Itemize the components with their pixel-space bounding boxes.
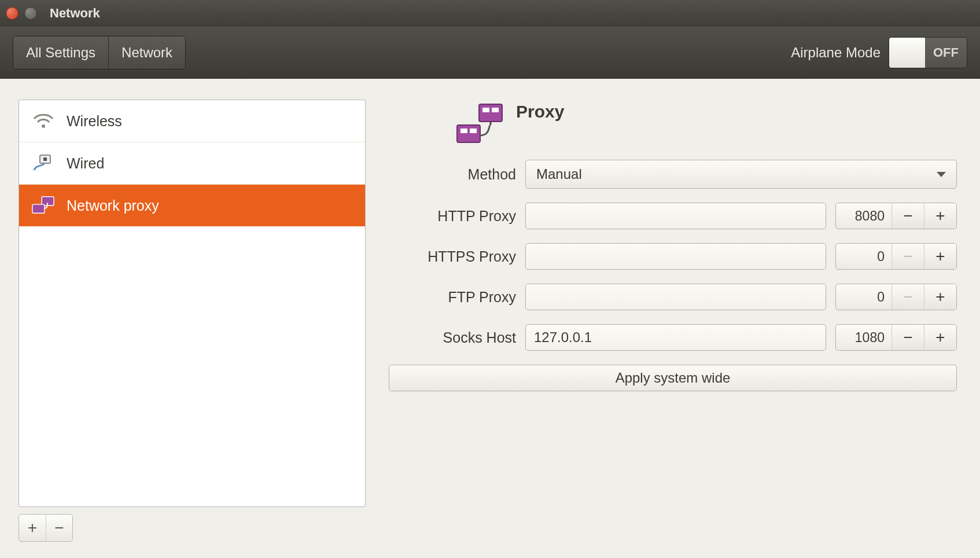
switch-state: OFF	[925, 38, 967, 68]
airplane-mode-label: Airplane Mode	[791, 45, 880, 61]
page-title: Proxy	[516, 102, 564, 122]
apply-system-wide-button[interactable]: Apply system wide	[389, 365, 957, 391]
content-heading: Proxy	[456, 102, 961, 144]
https-proxy-host-input[interactable]	[525, 243, 826, 270]
https-proxy-label: HTTPS Proxy	[389, 248, 516, 265]
titlebar: Network	[0, 0, 980, 27]
https-proxy-port-value[interactable]: 0	[836, 244, 891, 269]
proxy-icon	[32, 194, 55, 217]
http-proxy-label: HTTP Proxy	[389, 208, 516, 225]
socks-port-spinner: 1080 − +	[835, 324, 957, 351]
ftp-proxy-port-value[interactable]: 0	[836, 284, 891, 310]
method-select[interactable]: Manual	[525, 160, 957, 189]
https-proxy-port-increment[interactable]: +	[924, 244, 956, 269]
breadcrumb: All Settings Network	[13, 36, 186, 69]
method-value: Manual	[536, 166, 582, 182]
ftp-proxy-host-input[interactable]	[525, 284, 826, 310]
http-proxy-port-decrement[interactable]: −	[891, 203, 924, 229]
svg-rect-4	[32, 204, 45, 213]
switch-knob	[889, 38, 925, 68]
ftp-proxy-port-increment[interactable]: +	[924, 284, 956, 310]
svg-rect-9	[457, 125, 480, 142]
svg-rect-7	[492, 108, 499, 112]
svg-rect-2	[43, 157, 47, 161]
proxy-heading-icon	[456, 102, 506, 144]
sidebar: Wireless Wired Network proxy + −	[19, 100, 366, 542]
svg-rect-5	[479, 104, 502, 122]
window-minimize-button[interactable]	[24, 7, 37, 20]
ftp-proxy-port-decrement[interactable]: −	[891, 284, 924, 310]
sidebar-add-button[interactable]: +	[19, 515, 46, 541]
content: Proxy Method Manual HTTP Proxy 8080 − + …	[389, 100, 961, 542]
svg-rect-11	[470, 129, 477, 133]
window-title: Network	[50, 6, 100, 21]
http-proxy-port-spinner: 8080 − +	[835, 203, 957, 229]
sidebar-item-label: Wireless	[67, 113, 122, 130]
sidebar-item-label: Network proxy	[67, 197, 159, 214]
toolbar: All Settings Network Airplane Mode OFF	[0, 27, 980, 79]
http-proxy-port-value[interactable]: 8080	[836, 203, 891, 229]
proxy-form: Method Manual HTTP Proxy 8080 − + HTTPS …	[389, 160, 961, 391]
ftp-proxy-label: FTP Proxy	[389, 289, 516, 306]
https-proxy-port-decrement[interactable]: −	[891, 244, 924, 269]
all-settings-button[interactable]: All Settings	[13, 36, 108, 69]
sidebar-list: Wireless Wired Network proxy	[19, 100, 366, 507]
sidebar-controls: + −	[19, 514, 73, 542]
socks-port-increment[interactable]: +	[924, 325, 956, 350]
network-button[interactable]: Network	[108, 36, 185, 69]
socks-host-label: Socks Host	[389, 329, 516, 346]
https-proxy-port-spinner: 0 − +	[835, 243, 957, 270]
sidebar-item-network-proxy[interactable]: Network proxy	[19, 184, 365, 226]
chevron-down-icon	[937, 172, 946, 177]
http-proxy-port-increment[interactable]: +	[924, 203, 956, 229]
airplane-mode-switch[interactable]: OFF	[889, 37, 967, 68]
sidebar-item-wired[interactable]: Wired	[19, 142, 365, 184]
ftp-proxy-port-spinner: 0 − +	[835, 284, 957, 310]
http-proxy-host-input[interactable]	[525, 203, 826, 229]
window-close-button[interactable]	[6, 7, 19, 20]
main: Wireless Wired Network proxy + −	[0, 79, 980, 553]
socks-host-input[interactable]	[525, 324, 826, 351]
ethernet-icon	[32, 152, 55, 175]
svg-rect-10	[460, 129, 467, 133]
socks-port-decrement[interactable]: −	[891, 325, 924, 350]
sidebar-item-wireless[interactable]: Wireless	[19, 100, 365, 142]
wifi-icon	[32, 109, 55, 133]
sidebar-item-label: Wired	[67, 155, 104, 172]
method-label: Method	[389, 166, 516, 183]
socks-port-value[interactable]: 1080	[836, 325, 891, 350]
sidebar-remove-button[interactable]: −	[46, 515, 72, 541]
svg-point-0	[42, 124, 45, 128]
svg-rect-6	[482, 108, 489, 112]
